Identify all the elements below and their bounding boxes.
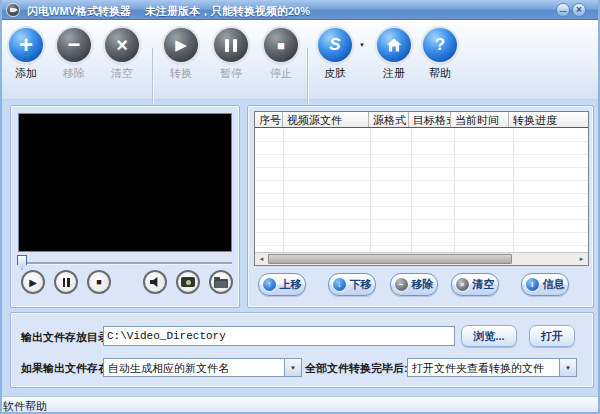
col-source-file[interactable]: 视频源文件 xyxy=(283,112,369,127)
scroll-right-button[interactable]: ► xyxy=(575,253,588,265)
output-panel: 输出文件存放目录: 浏览... 打开 如果输出文件存在: 自动生成相应的新文件名… xyxy=(10,312,594,388)
exists-label: 如果输出文件存在: xyxy=(21,361,113,376)
stop-button[interactable]: ■ 停止 xyxy=(259,28,303,81)
output-dir-label: 输出文件存放目录: xyxy=(21,330,113,345)
skin-icon: S xyxy=(318,28,352,62)
titlebar: 闪电WMV格式转换器未注册版本，只能转换视频的20% — × xyxy=(0,0,600,20)
exists-select[interactable]: 自动生成相应的新文件名 ▼ xyxy=(103,358,302,377)
app-logo-icon xyxy=(6,3,20,17)
skin-button[interactable]: S 皮肤 xyxy=(313,28,357,81)
help-icon: ? xyxy=(423,28,457,62)
clear-label: 清空 xyxy=(100,66,144,81)
skin-dropdown-arrow-icon[interactable]: ▼ xyxy=(359,42,365,48)
chevron-down-icon[interactable]: ▼ xyxy=(559,359,576,376)
cross-icon: × xyxy=(456,278,469,291)
file-table: 序号 视频源文件 源格式 目标格式 当前时间 转换进度 ◄ ► xyxy=(254,111,589,266)
minus-icon: − xyxy=(57,28,91,62)
col-current-time[interactable]: 当前时间 xyxy=(451,112,509,127)
remove-button[interactable]: − 移除 xyxy=(52,28,96,81)
chevron-down-icon[interactable]: ▼ xyxy=(284,359,301,376)
close-icon: × xyxy=(576,4,582,15)
skin-label: 皮肤 xyxy=(313,66,357,81)
player-pause-button[interactable] xyxy=(54,270,78,294)
volume-button[interactable] xyxy=(143,270,167,294)
folder-icon xyxy=(214,279,228,288)
column-divider xyxy=(370,129,371,252)
table-body[interactable] xyxy=(255,129,588,252)
seek-slider-thumb[interactable] xyxy=(17,255,27,270)
horizontal-scrollbar[interactable]: ◄ ► xyxy=(255,252,588,265)
close-button[interactable]: × xyxy=(572,3,586,17)
pause-icon xyxy=(214,28,248,62)
after-convert-label: 全部文件转换完毕后: xyxy=(305,361,408,376)
minimize-icon: — xyxy=(560,7,567,14)
open-button[interactable]: 打开 xyxy=(529,325,575,347)
col-progress[interactable]: 转换进度 xyxy=(509,112,588,127)
clear-list-button[interactable]: × 清空 xyxy=(451,273,499,296)
queue-panel: 序号 视频源文件 源格式 目标格式 当前时间 转换进度 ◄ ► ↑ 上移 xyxy=(247,105,594,308)
pause-label: 暂停 xyxy=(209,66,253,81)
remove-selected-button[interactable]: − 移除 xyxy=(390,273,438,296)
home-icon xyxy=(377,28,411,62)
toolbar-separator xyxy=(307,48,308,104)
col-index[interactable]: 序号 xyxy=(255,112,283,127)
pause-icon xyxy=(63,278,70,287)
convert-label: 转换 xyxy=(159,66,203,81)
minus-icon: − xyxy=(395,278,408,291)
plus-icon: + xyxy=(9,28,43,62)
scroll-thumb[interactable] xyxy=(268,254,512,264)
pause-button[interactable]: 暂停 xyxy=(209,28,253,81)
window-title: 闪电WMV格式转换器未注册版本，只能转换视频的20% xyxy=(27,4,310,19)
registration-notice: 未注册版本，只能转换视频的20% xyxy=(145,5,310,17)
scroll-left-button[interactable]: ◄ xyxy=(255,253,268,265)
register-button[interactable]: 注册 xyxy=(372,28,416,81)
table-header: 序号 视频源文件 源格式 目标格式 当前时间 转换进度 xyxy=(255,112,588,128)
open-file-button[interactable] xyxy=(209,270,233,294)
add-label: 添加 xyxy=(4,66,48,81)
up-arrow-icon: ↑ xyxy=(263,278,276,291)
info-button[interactable]: i 信息 xyxy=(521,273,569,296)
app-window: 闪电WMV格式转换器未注册版本，只能转换视频的20% — × + 添加 − 移除… xyxy=(0,0,600,414)
info-icon: i xyxy=(526,278,539,291)
column-divider xyxy=(454,129,455,252)
seek-slider[interactable] xyxy=(19,262,232,264)
clear-button[interactable]: × 清空 xyxy=(100,28,144,81)
add-button[interactable]: + 添加 xyxy=(4,28,48,81)
help-button[interactable]: ? 帮助 xyxy=(418,28,462,81)
register-label: 注册 xyxy=(372,66,416,81)
player-stop-button[interactable]: ■ xyxy=(87,270,111,294)
move-up-button[interactable]: ↑ 上移 xyxy=(258,273,306,296)
after-convert-select[interactable]: 打开文件夹查看转换的文件 ▼ xyxy=(407,358,577,377)
convert-button[interactable]: ▶ 转换 xyxy=(159,28,203,81)
down-arrow-icon: ↓ xyxy=(333,278,346,291)
camera-icon xyxy=(181,277,195,287)
app-title: 闪电WMV格式转换器 xyxy=(27,5,131,17)
status-bar: 软件帮助 xyxy=(0,396,600,412)
column-divider xyxy=(411,129,412,252)
stop-label: 停止 xyxy=(259,66,303,81)
speaker-icon xyxy=(150,277,161,288)
preview-panel: ▶ ■ xyxy=(10,105,240,308)
col-target-format[interactable]: 目标格式 xyxy=(409,112,451,127)
player-play-button[interactable]: ▶ xyxy=(21,270,45,294)
help-label: 帮助 xyxy=(418,66,462,81)
play-icon: ▶ xyxy=(164,28,198,62)
toolbar-separator xyxy=(152,48,153,104)
status-text: 软件帮助 xyxy=(3,399,47,414)
remove-label: 移除 xyxy=(52,66,96,81)
video-preview xyxy=(18,113,232,252)
play-icon: ▶ xyxy=(29,277,37,288)
output-dir-input[interactable] xyxy=(103,326,455,346)
toolbar: + 添加 − 移除 × 清空 ▶ 转换 暂停 ■ 停止 S 皮肤 ▼ xyxy=(0,20,600,100)
stop-icon: ■ xyxy=(264,28,298,62)
column-divider xyxy=(283,129,284,252)
stop-icon: ■ xyxy=(96,277,101,287)
browse-button[interactable]: 浏览... xyxy=(461,325,517,347)
col-source-format[interactable]: 源格式 xyxy=(369,112,409,127)
move-down-button[interactable]: ↓ 下移 xyxy=(328,273,376,296)
column-divider xyxy=(513,129,514,252)
minimize-button[interactable]: — xyxy=(556,3,570,17)
cross-icon: × xyxy=(105,28,139,62)
snapshot-button[interactable] xyxy=(176,270,200,294)
